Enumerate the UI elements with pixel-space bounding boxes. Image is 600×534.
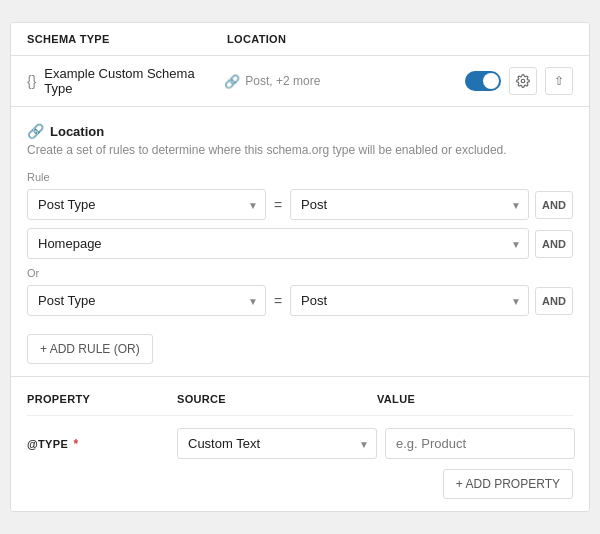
add-property-row: + ADD PROPERTY — [27, 469, 573, 499]
rule3-and-button[interactable]: AND — [535, 287, 573, 315]
rule1-equals: = — [272, 197, 284, 213]
rule3-right-select[interactable]: Post — [290, 285, 529, 316]
location-section-title: Location — [50, 124, 104, 139]
property-name: @type — [27, 438, 68, 450]
rule1-left-select[interactable]: Post Type — [27, 189, 266, 220]
rule-row-2: Homepage ▼ AND — [27, 228, 573, 259]
value-col-header: Value — [377, 393, 573, 405]
add-rule-button[interactable]: + ADD RULE (OR) — [27, 334, 153, 364]
source-col-header: Source — [177, 393, 377, 405]
link-icon: 🔗 — [224, 74, 240, 89]
rule3-equals: = — [272, 293, 284, 309]
location-link-icon: 🔗 — [27, 123, 44, 139]
required-indicator: * — [74, 437, 79, 451]
enable-toggle[interactable] — [465, 71, 501, 91]
schema-name: Example Custom Schema Type — [44, 66, 224, 96]
property-row: @type * Custom Text ▼ — [27, 428, 573, 459]
add-property-button[interactable]: + ADD PROPERTY — [443, 469, 573, 499]
properties-section: Property Source Value @type * Custom Tex… — [11, 377, 589, 511]
or-label: Or — [27, 267, 573, 279]
property-col-header: Property — [27, 393, 177, 405]
schema-controls: ⇧ — [465, 67, 573, 95]
property-value-input[interactable] — [385, 428, 575, 459]
schema-type-icon: {} — [27, 73, 36, 89]
schema-location-text: 🔗 Post, +2 more — [224, 74, 465, 89]
settings-button[interactable] — [509, 67, 537, 95]
rule1-right-select[interactable]: Post — [290, 189, 529, 220]
add-rule-label: + ADD RULE (OR) — [40, 342, 140, 356]
rule3-left-select[interactable]: Post Type — [27, 285, 266, 316]
location-section-header: 🔗 Location — [27, 123, 573, 139]
rule2-select[interactable]: Homepage — [27, 228, 529, 259]
rule3-left-select-wrapper: Post Type ▼ — [27, 285, 266, 316]
rule-row-3: Post Type ▼ = Post ▼ AND — [27, 285, 573, 316]
location-section: 🔗 Location Create a set of rules to dete… — [11, 107, 589, 377]
schema-type-col-header: Schema Type — [27, 33, 227, 45]
rule-row-1: Post Type ▼ = Post ▼ AND — [27, 189, 573, 220]
main-container: Schema Type Location {} Example Custom S… — [10, 22, 590, 512]
rule-label: Rule — [27, 171, 573, 183]
source-select[interactable]: Custom Text — [177, 428, 377, 459]
svg-point-0 — [521, 79, 525, 83]
schema-row: {} Example Custom Schema Type 🔗 Post, +2… — [11, 56, 589, 107]
table-header: Schema Type Location — [11, 23, 589, 56]
rule2-select-wrapper: Homepage ▼ — [27, 228, 529, 259]
rule1-and-button[interactable]: AND — [535, 191, 573, 219]
rule2-and-button[interactable]: AND — [535, 230, 573, 258]
add-property-label: + ADD PROPERTY — [456, 477, 560, 491]
properties-header-row: Property Source Value — [27, 393, 573, 416]
rule3-right-select-wrapper: Post ▼ — [290, 285, 529, 316]
rule1-right-select-wrapper: Post ▼ — [290, 189, 529, 220]
location-col-header: Location — [227, 33, 573, 45]
collapse-button[interactable]: ⇧ — [545, 67, 573, 95]
source-select-wrapper: Custom Text ▼ — [177, 428, 377, 459]
property-name-cell: @type * — [27, 437, 177, 451]
rule1-left-select-wrapper: Post Type ▼ — [27, 189, 266, 220]
location-section-description: Create a set of rules to determine where… — [27, 143, 573, 157]
